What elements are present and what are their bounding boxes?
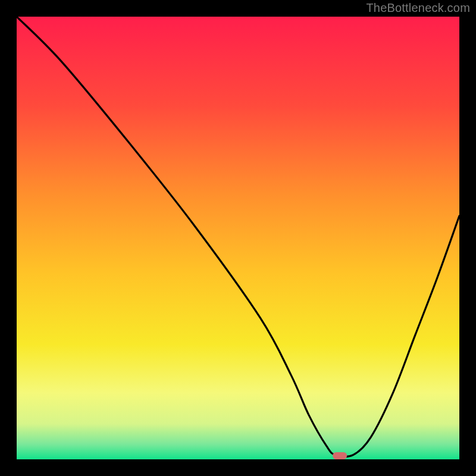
chart-svg [17, 17, 459, 459]
bottleneck-chart [17, 17, 459, 459]
optimal-point-marker [333, 452, 347, 459]
chart-frame: TheBottleneck.com [0, 0, 476, 476]
watermark-text: TheBottleneck.com [366, 1, 470, 15]
